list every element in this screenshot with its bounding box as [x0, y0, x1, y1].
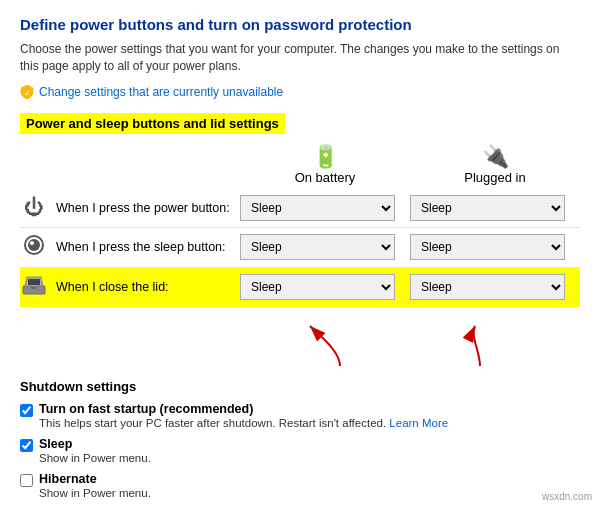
lid-battery-select[interactable]: Do nothing Sleep Hibernate Shut down [240, 274, 395, 300]
close-lid-dropdowns: Do nothing Sleep Hibernate Shut down Do … [240, 274, 580, 300]
col-battery-label: On battery [295, 170, 356, 185]
power-plugged-select[interactable]: Do nothing Sleep Hibernate Shut down [410, 195, 565, 221]
shutdown-section: Shutdown settings Turn on fast startup (… [20, 379, 580, 508]
power-plugged-dropdown-wrap: Do nothing Sleep Hibernate Shut down [410, 195, 580, 221]
fast-startup-title: Turn on fast startup (recommended) [39, 402, 448, 416]
close-lid-row: When I close the lid: Do nothing Sleep H… [20, 268, 580, 307]
fast-startup-desc: This helps start your PC faster after sh… [39, 417, 448, 429]
plugged-icon: 🔌 [482, 146, 509, 168]
shutdown-title: Shutdown settings [20, 379, 580, 394]
page-title: Define power buttons and turn on passwor… [20, 16, 580, 33]
power-button-label: ⏻ When I press the power button: [20, 196, 240, 219]
sleep-plugged-dropdown-wrap: Do nothing Sleep Hibernate Shut down [410, 234, 580, 260]
shutdown-item-hibernate: Hibernate Show in Power menu. [20, 472, 580, 499]
battery-icon: 🔋 [312, 146, 339, 168]
shutdown-item-fast-startup: Turn on fast startup (recommended) This … [20, 402, 580, 429]
close-lid-label: When I close the lid: [20, 274, 240, 301]
sleep-checkbox[interactable] [20, 439, 33, 452]
section-header: Power and sleep buttons and lid settings [20, 113, 285, 134]
fast-startup-checkbox[interactable] [20, 404, 33, 417]
sleep-button-row: When I press the sleep button: Do nothin… [20, 228, 580, 268]
settings-rows: ⏻ When I press the power button: Do noth… [20, 189, 580, 307]
sleep-button-text: When I press the sleep button: [56, 240, 226, 254]
sleep-content: Sleep Show in Power menu. [39, 437, 151, 464]
col-header-battery: 🔋 On battery [240, 146, 410, 185]
shutdown-item-sleep: Sleep Show in Power menu. [20, 437, 580, 464]
svg-rect-7 [31, 287, 37, 289]
power-icon: ⏻ [20, 196, 48, 219]
sleep-title: Sleep [39, 437, 151, 451]
sleep-icon [20, 234, 48, 261]
hibernate-content: Hibernate Show in Power menu. [39, 472, 151, 499]
sleep-battery-select[interactable]: Do nothing Sleep Hibernate Shut down [240, 234, 395, 260]
hibernate-desc: Show in Power menu. [39, 487, 151, 499]
power-button-row: ⏻ When I press the power button: Do noth… [20, 189, 580, 228]
shield-icon: ✓ [20, 85, 34, 99]
sleep-battery-dropdown-wrap: Do nothing Sleep Hibernate Shut down [240, 234, 410, 260]
watermark: wsxdn.com [542, 491, 592, 502]
power-battery-dropdown-wrap: Do nothing Sleep Hibernate Shut down [240, 195, 410, 221]
svg-text:✓: ✓ [24, 89, 31, 98]
col-plugged-label: Plugged in [464, 170, 525, 185]
power-battery-select[interactable]: Do nothing Sleep Hibernate Shut down [240, 195, 395, 221]
column-headers: 🔋 On battery 🔌 Plugged in [240, 146, 580, 185]
change-settings-label: Change settings that are currently unava… [39, 85, 283, 99]
sleep-button-label: When I press the sleep button: [20, 234, 240, 261]
fast-startup-content: Turn on fast startup (recommended) This … [39, 402, 448, 429]
hibernate-title: Hibernate [39, 472, 151, 486]
page-description: Choose the power settings that you want … [20, 41, 580, 75]
sleep-desc: Show in Power menu. [39, 452, 151, 464]
power-button-dropdowns: Do nothing Sleep Hibernate Shut down Do … [240, 195, 580, 221]
close-lid-text: When I close the lid: [56, 280, 169, 294]
learn-more-link[interactable]: Learn More [389, 417, 448, 429]
arrows-annotation [240, 321, 580, 371]
hibernate-checkbox[interactable] [20, 474, 33, 487]
sleep-plugged-select[interactable]: Do nothing Sleep Hibernate Shut down [410, 234, 565, 260]
power-button-text: When I press the power button: [56, 201, 230, 215]
change-settings-link[interactable]: ✓ Change settings that are currently una… [20, 85, 580, 99]
lid-battery-dropdown-wrap: Do nothing Sleep Hibernate Shut down [240, 274, 410, 300]
svg-rect-6 [28, 279, 40, 285]
svg-point-2 [28, 239, 40, 251]
lid-plugged-dropdown-wrap: Do nothing Sleep Hibernate Shut down [410, 274, 580, 300]
lid-plugged-select[interactable]: Do nothing Sleep Hibernate Shut down [410, 274, 565, 300]
lid-icon [20, 274, 48, 301]
col-header-plugged: 🔌 Plugged in [410, 146, 580, 185]
sleep-button-dropdowns: Do nothing Sleep Hibernate Shut down Do … [240, 234, 580, 260]
svg-point-3 [30, 241, 34, 245]
